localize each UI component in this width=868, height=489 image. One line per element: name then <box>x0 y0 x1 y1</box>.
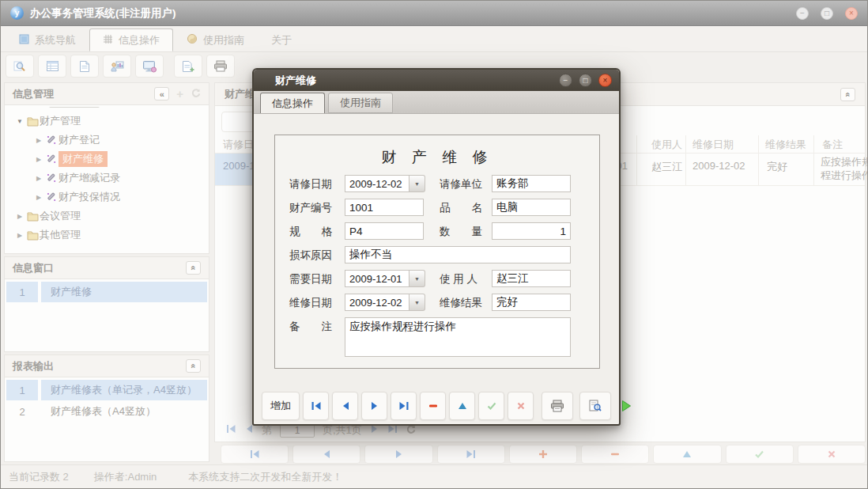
add-record-icon[interactable] <box>509 445 577 464</box>
spec-input[interactable] <box>345 222 424 240</box>
user-chart-icon[interactable] <box>103 55 131 78</box>
chevron-down-icon[interactable]: ▼ <box>409 270 425 287</box>
last-record-icon[interactable] <box>391 392 417 420</box>
table-cell[interactable]: 2009-12-02 <box>693 160 745 172</box>
tab-system-nav[interactable]: 系统导航 <box>6 28 89 51</box>
table-cell[interactable]: 应按操作规程进行操作 <box>821 155 868 185</box>
request-unit-input[interactable] <box>492 175 571 192</box>
last-page-icon[interactable] <box>387 424 398 436</box>
tree-item-property-register[interactable]: ▶ 财产登记 <box>5 131 209 150</box>
list-item[interactable]: 1 财产维修表（单记录，A4竖放） <box>6 380 207 400</box>
asset-no-input[interactable] <box>345 199 424 216</box>
maximize-button[interactable]: □ <box>821 7 833 20</box>
note-textarea[interactable]: 应按操作规程进行操作 <box>345 317 571 357</box>
column-header[interactable]: 备注 <box>822 138 843 152</box>
chevron-down-icon[interactable]: ▼ <box>409 175 425 192</box>
sidebar-collapse-button[interactable]: « <box>154 87 169 100</box>
confirm-icon[interactable] <box>726 445 794 464</box>
delete-record-icon[interactable] <box>420 392 446 420</box>
chevron-right-icon[interactable]: ▶ <box>33 175 44 182</box>
edit-record-icon[interactable] <box>449 392 475 420</box>
dialog-tab-info-operation[interactable]: 信息操作 <box>260 93 325 113</box>
prev-page-icon[interactable] <box>244 424 254 436</box>
delete-record-icon[interactable] <box>581 445 649 464</box>
next-record-icon[interactable] <box>361 392 387 420</box>
dialog-tab-user-guide[interactable]: 使用指南 <box>328 93 393 113</box>
need-date-combo[interactable]: 2009-12-01 ▼ <box>345 270 425 287</box>
user-input[interactable] <box>492 270 571 287</box>
search-icon[interactable] <box>6 55 34 78</box>
sidebar: 信息管理 « + ▼ 财产管理 ▶ 财产登记 ▶ 财产维修 <box>4 82 209 462</box>
tab-info-operation[interactable]: 信息操作 <box>89 28 173 51</box>
cancel-icon[interactable] <box>798 445 866 464</box>
print-icon[interactable] <box>542 392 573 420</box>
table-cell[interactable]: 完好 <box>767 160 787 174</box>
cancel-icon[interactable] <box>508 392 534 420</box>
next-record-icon[interactable] <box>364 445 432 464</box>
dialog-close-button[interactable]: × <box>598 74 612 87</box>
request-date-combo[interactable]: 2009-12-02 ▼ <box>345 175 425 192</box>
dialog-titlebar[interactable]: 财产维修 − □ × <box>254 70 619 91</box>
dialog-body: 财 产 维 修 请修日期 2009-12-02 ▼ 请修单位 财产编号 品 名 … <box>254 114 619 388</box>
prev-record-icon[interactable] <box>332 392 358 420</box>
confirm-icon[interactable] <box>478 392 504 420</box>
column-header[interactable]: 使用人 <box>651 138 682 152</box>
tree-item-other-manage[interactable]: ▶ 其他管理 <box>5 226 209 244</box>
close-button[interactable]: × <box>845 7 858 20</box>
tree-panel: ▼ 财产管理 ▶ 财产登记 ▶ 财产维修 ▶ 财产增减记录 ▶ <box>4 105 209 254</box>
tree-item-property-change-log[interactable]: ▶ 财产增减记录 <box>5 169 209 188</box>
request-unit-label: 请修单位 <box>440 177 482 191</box>
edit-record-icon[interactable] <box>653 445 721 464</box>
list-item[interactable]: 1 财产维修 <box>6 282 207 302</box>
tree-item-meeting-manage[interactable]: ▶ 会议管理 <box>5 207 209 226</box>
tab-user-guide[interactable]: 使用指南 <box>173 28 258 51</box>
report-output-list: 1 财产维修表（单记录，A4竖放） 2 财产维修表（A4竖放） <box>4 377 209 462</box>
monitor-icon[interactable] <box>135 55 164 78</box>
chevron-right-icon[interactable]: ▶ <box>33 156 44 163</box>
chevron-right-icon[interactable]: ▶ <box>14 232 25 239</box>
chevron-down-icon[interactable]: ▼ <box>409 294 425 311</box>
run-report-icon[interactable] <box>614 392 638 420</box>
column-header[interactable]: 维修结果 <box>765 138 806 152</box>
tree-item-property-repair[interactable]: ▶ 财产维修 <box>5 150 209 169</box>
tab-about[interactable]: 关于 <box>258 28 305 51</box>
damage-reason-input[interactable] <box>345 246 571 263</box>
list-item[interactable]: 2 财产维修表（A4竖放） <box>6 401 207 422</box>
dialog-minimize-button[interactable]: − <box>559 74 572 87</box>
tree-item-property-insurance[interactable]: ▶ 财产投保情况 <box>5 188 209 207</box>
refresh-icon[interactable] <box>191 87 201 100</box>
print-preview-icon[interactable] <box>579 392 611 420</box>
chevron-right-icon[interactable]: ▶ <box>33 137 44 144</box>
collapse-report-button[interactable]: « <box>186 359 201 373</box>
column-header[interactable]: 维修日期 <box>693 138 734 152</box>
chevron-down-icon[interactable]: ▼ <box>14 118 25 125</box>
minimize-button[interactable]: − <box>796 7 809 20</box>
last-record-icon[interactable] <box>437 445 505 464</box>
next-page-icon[interactable] <box>370 424 379 436</box>
prev-record-icon[interactable] <box>292 445 360 464</box>
item-name-label: 品 名 <box>440 201 482 215</box>
printer-icon[interactable] <box>206 55 235 78</box>
table-icon[interactable] <box>38 55 66 78</box>
collapse-main-button[interactable]: « <box>840 88 855 101</box>
repair-result-input[interactable] <box>492 294 571 311</box>
document-add-icon[interactable] <box>174 55 202 78</box>
add-button[interactable]: 增加 <box>262 392 300 420</box>
dialog-maximize-button[interactable]: □ <box>579 74 592 87</box>
add-icon[interactable]: + <box>176 87 183 100</box>
first-page-icon[interactable] <box>226 424 236 436</box>
collapse-info-window-button[interactable]: « <box>186 261 201 275</box>
table-cell[interactable]: 赵三江 <box>651 160 682 174</box>
quantity-input[interactable] <box>492 222 571 240</box>
property-repair-dialog: 财产维修 − □ × 信息操作 使用指南 财 产 维 修 请修日期 2009-1… <box>252 68 621 426</box>
table-cell[interactable]: 2009-12-02 <box>223 160 255 172</box>
first-record-icon[interactable] <box>221 445 289 464</box>
item-name-input[interactable] <box>492 199 571 216</box>
chevron-right-icon[interactable]: ▶ <box>33 194 44 201</box>
grid-icon <box>103 34 113 47</box>
document-icon[interactable] <box>70 55 99 78</box>
repair-date-combo[interactable]: 2009-12-02 ▼ <box>345 294 425 311</box>
tree-item-property-manage[interactable]: ▼ 财产管理 <box>5 112 209 131</box>
first-record-icon[interactable] <box>303 392 329 420</box>
chevron-right-icon[interactable]: ▶ <box>14 213 25 220</box>
